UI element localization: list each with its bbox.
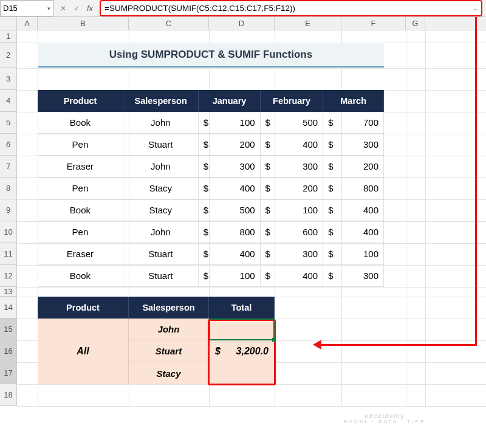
- row-header-2[interactable]: 2: [0, 43, 16, 68]
- enter-button[interactable]: ✓: [70, 2, 83, 15]
- cell[interactable]: Stuart: [123, 243, 199, 265]
- col-header-B[interactable]: B: [38, 17, 129, 30]
- row-header-15[interactable]: 15: [0, 319, 16, 340]
- cell[interactable]: $300: [323, 265, 384, 287]
- cell[interactable]: $800: [199, 221, 261, 243]
- row-header-17[interactable]: 17: [0, 362, 16, 384]
- cell[interactable]: $100: [199, 112, 261, 134]
- cell[interactable]: Stuart: [123, 265, 199, 287]
- cell[interactable]: Pen: [38, 134, 123, 156]
- insert-function-button[interactable]: fx: [84, 2, 96, 15]
- summary-total-value: 3,200.0: [236, 346, 269, 357]
- summary-table: Product Salesperson Total All John Stuar…: [38, 297, 275, 384]
- row-header-8[interactable]: 8: [0, 177, 16, 199]
- dropdown-icon[interactable]: ▾: [47, 5, 50, 12]
- row-header-9[interactable]: 9: [0, 199, 16, 221]
- cell[interactable]: $300: [323, 134, 384, 156]
- cell[interactable]: $200: [199, 134, 261, 156]
- row-header-16[interactable]: 16: [0, 340, 16, 362]
- cancel-button[interactable]: ✕: [57, 2, 69, 15]
- cell[interactable]: $100: [199, 265, 261, 287]
- row-header-14[interactable]: 14: [0, 297, 16, 319]
- cell[interactable]: $200: [261, 177, 324, 199]
- watermark-sub: EXCEL · DATA · TIPS: [344, 419, 425, 425]
- row-header-1[interactable]: 1: [0, 30, 16, 43]
- summary-header-row: Product Salesperson Total: [38, 297, 275, 319]
- expand-icon[interactable]: ⌄: [473, 5, 477, 12]
- cell[interactable]: Stacy: [123, 177, 199, 199]
- summary-sp-0[interactable]: John: [129, 319, 209, 340]
- cell[interactable]: Pen: [38, 221, 123, 243]
- cell[interactable]: John: [123, 156, 199, 177]
- name-box-value: D15: [3, 4, 18, 13]
- cell[interactable]: $400: [199, 177, 261, 199]
- row-header-6[interactable]: 6: [0, 134, 16, 156]
- row-header-10[interactable]: 10: [0, 221, 16, 243]
- cells-area[interactable]: Using SUMPRODUCT & SUMIF Functions Produ…: [17, 30, 486, 406]
- row-header-12[interactable]: 12: [0, 265, 16, 287]
- select-all-corner[interactable]: [0, 17, 17, 30]
- col-header-F[interactable]: F: [341, 17, 406, 30]
- table-row: EraserStuart$400$300$100: [38, 243, 384, 265]
- summary-product-cell[interactable]: All: [38, 319, 129, 384]
- cell[interactable]: $700: [323, 112, 384, 134]
- col-header-A[interactable]: A: [17, 17, 38, 30]
- sum-col-product[interactable]: Product: [38, 297, 129, 319]
- summary-sp-2[interactable]: Stacy: [129, 362, 209, 384]
- sum-col-salesperson[interactable]: Salesperson: [129, 297, 209, 319]
- cell[interactable]: Book: [38, 112, 123, 134]
- col-march[interactable]: March: [323, 90, 384, 112]
- cell[interactable]: $400: [323, 199, 384, 221]
- cell[interactable]: Stuart: [123, 134, 199, 156]
- cell[interactable]: $300: [261, 243, 324, 265]
- col-header-G[interactable]: G: [406, 17, 425, 30]
- cell[interactable]: Pen: [38, 177, 123, 199]
- col-january[interactable]: January: [199, 90, 261, 112]
- col-header-D[interactable]: D: [209, 17, 275, 30]
- cell[interactable]: Stacy: [123, 199, 199, 221]
- table-row: PenStacy$400$200$800: [38, 177, 384, 199]
- cell[interactable]: Eraser: [38, 243, 123, 265]
- row-header-18[interactable]: 18: [0, 384, 16, 406]
- cell[interactable]: $100: [323, 243, 384, 265]
- cell[interactable]: Book: [38, 265, 123, 287]
- col-salesperson[interactable]: Salesperson: [123, 90, 199, 112]
- cell[interactable]: $300: [199, 156, 261, 177]
- row-header-3[interactable]: 3: [0, 68, 16, 90]
- cell[interactable]: $300: [261, 156, 324, 177]
- summary-sp-1[interactable]: Stuart: [129, 340, 209, 362]
- cell[interactable]: $400: [323, 221, 384, 243]
- col-header-E[interactable]: E: [275, 17, 341, 30]
- col-february[interactable]: February: [261, 90, 323, 112]
- cell[interactable]: Book: [38, 199, 123, 221]
- cell[interactable]: $600: [261, 221, 324, 243]
- row-header-11[interactable]: 11: [0, 243, 16, 265]
- section-title-text: Using SUMPRODUCT & SUMIF Functions: [109, 49, 312, 61]
- cell[interactable]: $400: [261, 265, 324, 287]
- cell[interactable]: John: [123, 221, 199, 243]
- row-header-13[interactable]: 13: [0, 287, 16, 297]
- data-table: Product Salesperson January February Mar…: [38, 90, 384, 287]
- cell[interactable]: John: [123, 112, 199, 134]
- cell[interactable]: $500: [261, 112, 324, 134]
- cell[interactable]: Eraser: [38, 156, 123, 177]
- name-box[interactable]: D15 ▾: [0, 0, 53, 16]
- cancel-icon: ✕: [60, 4, 66, 13]
- row-header-5[interactable]: 5: [0, 112, 16, 134]
- cell[interactable]: $400: [199, 243, 261, 265]
- row-headers: 123456789101112131415161718: [0, 30, 17, 406]
- col-product[interactable]: Product: [38, 90, 123, 112]
- watermark: exceldemy EXCEL · DATA · TIPS: [344, 412, 425, 425]
- cell[interactable]: $200: [323, 156, 384, 177]
- col-header-C[interactable]: C: [129, 17, 209, 30]
- cell[interactable]: $400: [261, 134, 324, 156]
- row-header-4[interactable]: 4: [0, 90, 16, 112]
- row-header-7[interactable]: 7: [0, 156, 16, 177]
- formula-bar[interactable]: =SUMPRODUCT(SUMIF(C5:C12,C15:C17,F5:F12)…: [100, 0, 482, 16]
- cell[interactable]: $800: [323, 177, 384, 199]
- section-title: Using SUMPRODUCT & SUMIF Functions: [38, 43, 384, 68]
- cell[interactable]: $500: [199, 199, 261, 221]
- summary-total-cell[interactable]: $ 3,200.0: [209, 319, 275, 384]
- sum-col-total[interactable]: Total: [209, 297, 275, 319]
- cell[interactable]: $100: [261, 199, 324, 221]
